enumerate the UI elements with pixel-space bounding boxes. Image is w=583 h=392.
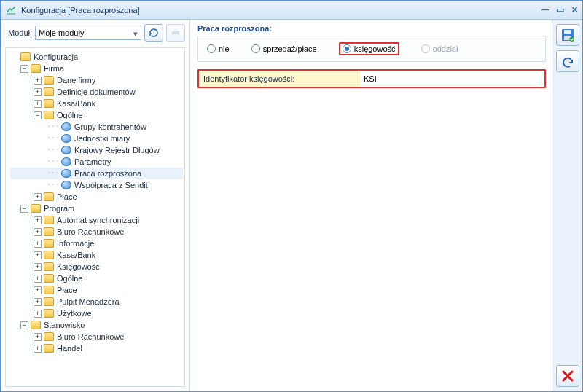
tree-item[interactable]: +Pulpit Menadżera [10, 296, 183, 307]
cancel-button[interactable] [556, 365, 579, 387]
radio-ksiegowosc[interactable]: księgowość [343, 44, 396, 53]
identifier-label: Identyfikator księgowości: [199, 71, 359, 87]
undo-button[interactable] [556, 50, 579, 72]
tree-leaf[interactable]: ···Jednostki miary [10, 133, 183, 144]
tree-leaf[interactable]: ···Współpraca z Sendit [10, 179, 183, 191]
minimize-button[interactable]: — [541, 5, 549, 15]
tree-item[interactable]: +Biuro Rachunkowe [10, 331, 183, 342]
module-row: Moduł: Moje moduły [1, 20, 189, 46]
tree-ogolne[interactable]: −Ogólne [10, 109, 183, 121]
maximize-button[interactable]: ▭ [557, 5, 564, 15]
tree-item[interactable]: +Automat synchronizacji [10, 214, 183, 226]
tree-item[interactable]: +Kasa/Bank [10, 249, 183, 261]
window-title: Konfiguracja [Praca rozproszona] [21, 6, 541, 15]
config-tree[interactable]: Konfiguracja −Firma +Dane firmy +Definic… [5, 47, 185, 387]
module-label: Moduł: [8, 28, 32, 37]
tree-stanowisko[interactable]: −Stanowisko [10, 319, 183, 331]
identifier-input[interactable] [359, 71, 544, 87]
tree-item[interactable]: +Użytkowe [10, 307, 183, 319]
tree-item[interactable]: +Biuro Rachunkowe [10, 226, 183, 238]
content-panel: Praca rozproszona: nie sprzedaż/płace ks… [190, 20, 552, 391]
right-sidebar [552, 20, 582, 391]
print-button[interactable] [166, 24, 185, 42]
group-title: Praca rozproszona: [197, 24, 546, 33]
svg-rect-2 [173, 34, 178, 36]
tree-item[interactable]: +Handel [10, 342, 183, 354]
tree-program[interactable]: −Program [10, 203, 183, 214]
svg-rect-1 [173, 29, 178, 31]
tree-leaf[interactable]: ···Parametry [10, 156, 183, 168]
tree-firma[interactable]: −Firma [10, 63, 183, 74]
highlight-box: księgowość [339, 42, 399, 55]
tree-leaf-selected[interactable]: ···Praca rozproszona [10, 168, 183, 179]
save-button[interactable] [556, 24, 579, 46]
tree-item[interactable]: +Płace [10, 284, 183, 296]
tree-item[interactable]: +Płace [10, 191, 183, 203]
close-button[interactable]: ✕ [571, 5, 578, 15]
tree-item[interactable]: +Dane firmy [10, 74, 183, 86]
config-window: Konfiguracja [Praca rozproszona] — ▭ ✕ M… [0, 0, 583, 392]
tree-root[interactable]: Konfiguracja [10, 51, 183, 63]
app-icon [5, 4, 17, 16]
tree-item[interactable]: +Księgowość [10, 261, 183, 273]
left-pane: Moduł: Moje moduły Konfiguracja −Firma +… [1, 20, 190, 391]
module-select[interactable]: Moje moduły [35, 26, 141, 40]
radio-oddzial: oddział [421, 44, 458, 53]
tree-leaf[interactable]: ···Grupy kontrahentów [10, 121, 183, 133]
tree-item[interactable]: +Definicje dokumentów [10, 86, 183, 98]
radio-sprzedaz-place[interactable]: sprzedaż/płace [251, 44, 317, 53]
radio-group: nie sprzedaż/płace księgowość oddział [197, 36, 546, 62]
svg-rect-4 [564, 30, 571, 34]
tree-item[interactable]: +Informacje [10, 238, 183, 249]
radio-nie[interactable]: nie [207, 44, 230, 53]
window-controls: — ▭ ✕ [541, 5, 578, 15]
refresh-button[interactable] [144, 24, 163, 42]
tree-item[interactable]: +Kasa/Bank [10, 98, 183, 109]
tree-leaf[interactable]: ···Krajowy Rejestr Długów [10, 144, 183, 156]
titlebar: Konfiguracja [Praca rozproszona] — ▭ ✕ [1, 1, 582, 20]
identifier-row: Identyfikator księgowości: [197, 69, 546, 88]
tree-item[interactable]: +Ogólne [10, 273, 183, 284]
